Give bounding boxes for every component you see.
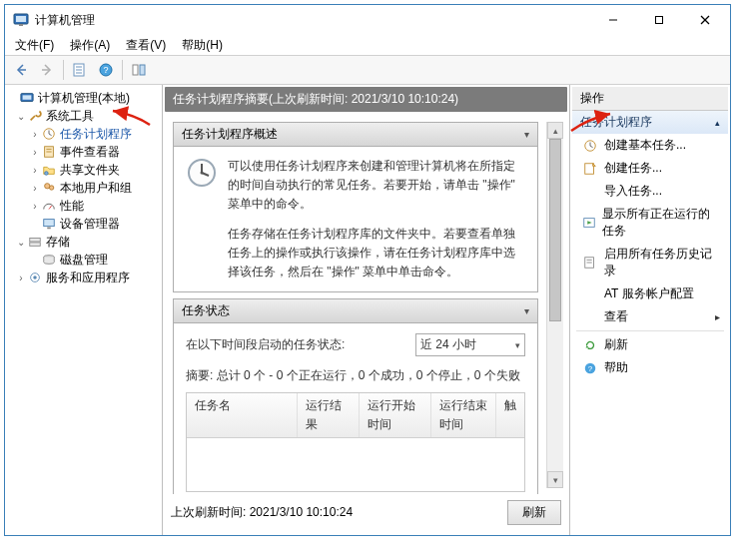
- tree-root[interactable]: 计算机管理(本地): [7, 89, 162, 107]
- overview-group-header[interactable]: 任务计划程序概述 ▾: [174, 123, 537, 147]
- tree-item-storage[interactable]: ⌄ 存储: [7, 233, 162, 251]
- menu-action[interactable]: 操作(A): [64, 36, 116, 55]
- account-icon: [582, 286, 598, 302]
- group-title: 任务状态: [182, 302, 230, 319]
- toolbar-back-button[interactable]: [9, 58, 33, 82]
- expander-icon[interactable]: ›: [29, 201, 41, 212]
- close-button[interactable]: [682, 5, 728, 35]
- svg-rect-28: [30, 243, 41, 247]
- services-icon: [27, 270, 43, 285]
- device-icon: [41, 216, 57, 232]
- action-label: 帮助: [604, 359, 628, 376]
- status-label: 在以下时间段启动的任务状态:: [186, 335, 345, 354]
- svg-point-35: [201, 172, 204, 175]
- action-label: 查看: [604, 308, 628, 325]
- tree-item-taskscheduler[interactable]: › 任务计划程序: [7, 125, 162, 143]
- tree-item-performance[interactable]: › 性能: [7, 197, 162, 215]
- expander-icon[interactable]: ›: [29, 129, 41, 140]
- menu-help[interactable]: 帮助(H): [176, 36, 229, 55]
- action-label: 创建任务...: [604, 160, 662, 177]
- column-trigger[interactable]: 触: [496, 393, 524, 437]
- action-show-running[interactable]: 显示所有正在运行的任务: [572, 203, 728, 243]
- vertical-scrollbar[interactable]: ▴ ▾: [546, 122, 563, 488]
- expander-icon[interactable]: ›: [15, 273, 27, 283]
- tree-item-localusers[interactable]: › 本地用户和组: [7, 179, 162, 197]
- tree-label: 系统工具: [46, 108, 94, 125]
- svg-point-31: [33, 276, 37, 280]
- actions-section-header[interactable]: 任务计划程序 ▴: [572, 111, 728, 134]
- column-task-name[interactable]: 任务名: [187, 393, 298, 437]
- svg-rect-27: [30, 239, 41, 243]
- tree-label: 设备管理器: [60, 216, 120, 233]
- svg-text:?: ?: [588, 363, 593, 372]
- column-run-end[interactable]: 运行结束时间: [431, 393, 496, 437]
- overview-text-2: 任务存储在任务计划程序库的文件夹中。若要查看单独任务上的操作或执行该操作，请在任…: [228, 225, 525, 282]
- svg-rect-14: [140, 65, 145, 75]
- minimize-button[interactable]: [590, 5, 636, 35]
- toolbar: ?: [5, 55, 730, 85]
- toolbar-help-button[interactable]: ?: [94, 58, 118, 82]
- tree-item-systools[interactable]: ⌄ 系统工具: [7, 107, 162, 125]
- menu-file[interactable]: 文件(F): [9, 36, 60, 55]
- collapse-icon[interactable]: ▾: [524, 129, 529, 140]
- collapse-icon[interactable]: ▾: [524, 305, 529, 316]
- expander-icon[interactable]: ›: [29, 165, 41, 176]
- import-icon: [582, 184, 598, 200]
- toolbar-properties-button[interactable]: [68, 58, 92, 82]
- users-icon: [41, 180, 57, 196]
- tree-item-devicemgr[interactable]: 设备管理器: [7, 215, 162, 233]
- toolbar-panel-button[interactable]: [127, 58, 151, 82]
- expander-icon[interactable]: ›: [29, 147, 41, 158]
- svg-rect-25: [44, 220, 55, 227]
- action-import-task[interactable]: 导入任务...: [572, 180, 728, 203]
- action-help[interactable]: ? 帮助: [572, 356, 728, 379]
- svg-point-21: [45, 172, 49, 176]
- refresh-button[interactable]: 刷新: [507, 500, 561, 525]
- action-label: 显示所有正在运行的任务: [602, 206, 720, 240]
- tree-label: 任务计划程序: [60, 126, 132, 143]
- menu-view[interactable]: 查看(V): [120, 36, 172, 55]
- maximize-button[interactable]: [636, 5, 682, 35]
- action-enable-history[interactable]: 启用所有任务历史记录: [572, 243, 728, 282]
- svg-line-24: [49, 206, 52, 210]
- toolbar-forward-button[interactable]: [35, 58, 59, 82]
- action-create-task[interactable]: 创建任务...: [572, 157, 728, 180]
- tree-label: 性能: [60, 198, 84, 215]
- scrollbar-thumb[interactable]: [549, 139, 561, 321]
- task-status-group: 任务状态 ▾ 在以下时间段启动的任务状态: 近 24 小时 ▾: [173, 298, 538, 494]
- tree-label: 服务和应用程序: [46, 270, 130, 286]
- tree-label: 本地用户和组: [60, 180, 132, 197]
- action-label: 刷新: [604, 336, 628, 353]
- task-status-header[interactable]: 任务状态 ▾: [174, 299, 537, 323]
- new-task-icon: [582, 161, 598, 177]
- svg-rect-4: [656, 17, 663, 24]
- tree-label: 磁盘管理: [60, 252, 108, 269]
- action-at-service[interactable]: AT 服务帐户配置: [572, 282, 728, 305]
- expander-icon[interactable]: ›: [29, 183, 41, 194]
- status-period-select[interactable]: 近 24 小时 ▾: [415, 333, 525, 356]
- expander-icon[interactable]: ⌄: [15, 111, 27, 122]
- svg-rect-13: [133, 65, 138, 75]
- overview-group: 任务计划程序概述 ▾ 可以使用任务计划程序来创建和管理计算机将在所指定的时间自动…: [173, 122, 538, 292]
- help-icon: ?: [582, 360, 598, 376]
- collapse-icon[interactable]: ▴: [715, 118, 720, 128]
- task-status-table: 任务名 运行结果 运行开始时间 运行结束时间 触 ◂ ▸: [186, 392, 525, 492]
- action-create-basic-task[interactable]: 创建基本任务...: [572, 134, 728, 157]
- status-summary-text: 摘要: 总计 0 个 - 0 个正在运行，0 个成功，0 个停止，0 个失败: [186, 366, 525, 385]
- refresh-icon: [582, 337, 598, 353]
- expander-icon[interactable]: ⌄: [15, 237, 27, 248]
- column-run-result[interactable]: 运行结果: [298, 393, 360, 437]
- action-view[interactable]: 查看 ▸: [572, 305, 728, 328]
- running-tasks-icon: [582, 215, 596, 231]
- tree-item-services[interactable]: › 服务和应用程序: [7, 269, 162, 286]
- tree-item-diskmgmt[interactable]: 磁盘管理: [7, 251, 162, 269]
- column-run-start[interactable]: 运行开始时间: [360, 393, 431, 437]
- action-refresh[interactable]: 刷新: [572, 333, 728, 356]
- scroll-up-icon[interactable]: ▴: [547, 122, 563, 139]
- tree-item-eventviewer[interactable]: › 事件查看器: [7, 143, 162, 161]
- tree-item-sharedfolders[interactable]: › 共享文件夹: [7, 161, 162, 179]
- action-label: AT 服务帐户配置: [604, 285, 694, 302]
- navigation-tree: 计算机管理(本地) ⌄ 系统工具 › 任务计划程序 › 事件查看器 › 共: [5, 85, 163, 535]
- scroll-down-icon[interactable]: ▾: [547, 471, 563, 488]
- center-pane-header: 任务计划程序摘要(上次刷新时间: 2021/3/10 10:10:24): [165, 87, 567, 112]
